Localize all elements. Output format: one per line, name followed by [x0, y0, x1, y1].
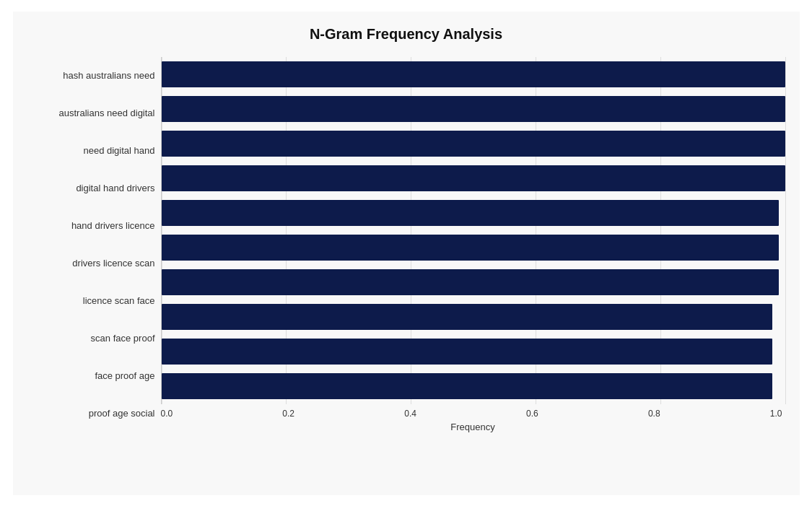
bar	[162, 304, 773, 330]
bar-row	[162, 370, 785, 402]
chart-title: N-Gram Frequency Analysis	[27, 26, 785, 43]
y-axis-label: hand drivers licence	[71, 221, 155, 230]
x-tick: 0.4	[404, 409, 416, 419]
x-tick: 0.6	[526, 409, 538, 419]
bar	[162, 61, 785, 87]
x-axis: 0.00.20.40.60.81.0	[161, 404, 785, 419]
bar-row	[162, 336, 785, 367]
bar	[162, 200, 779, 226]
y-axis-label: drivers licence scan	[72, 258, 154, 268]
bar-row	[162, 301, 785, 333]
x-tick: 0.0	[161, 409, 173, 419]
bar-row	[162, 266, 785, 298]
y-axis-label: australians need digital	[59, 108, 155, 118]
x-tick: 0.8	[648, 409, 660, 419]
bar-row	[162, 162, 785, 194]
y-axis-label: digital hand drivers	[76, 183, 154, 193]
x-axis-label: Frequency	[161, 422, 785, 432]
chart-container: N-Gram Frequency Analysis hash australia…	[13, 12, 800, 495]
x-tick: 0.2	[282, 409, 294, 419]
bars-and-xaxis: 0.00.20.40.60.81.0 Frequency	[161, 57, 785, 432]
bar-row	[162, 232, 785, 263]
bar-row	[162, 197, 785, 229]
y-axis-label: hash australians need	[63, 71, 154, 80]
bars-area	[161, 57, 785, 404]
y-axis-label: face proof age	[95, 371, 154, 380]
bar	[162, 269, 779, 295]
bar	[162, 339, 773, 365]
bar-row	[162, 58, 785, 90]
bar-row	[162, 93, 785, 125]
grid-line	[785, 57, 786, 404]
bar	[162, 96, 785, 122]
chart-area: hash australians needaustralians need di…	[27, 57, 785, 432]
y-axis-label: licence scan face	[83, 296, 155, 305]
bar-row	[162, 128, 785, 160]
x-tick: 1.0	[770, 409, 782, 419]
bar	[162, 131, 785, 157]
y-axis-label: need digital hand	[83, 146, 154, 155]
bar	[162, 235, 779, 261]
bar	[162, 165, 785, 191]
y-axis-label: proof age social	[89, 409, 155, 418]
bar	[162, 373, 773, 399]
y-axis-labels: hash australians needaustralians need di…	[27, 57, 161, 432]
y-axis-label: scan face proof	[91, 333, 155, 343]
